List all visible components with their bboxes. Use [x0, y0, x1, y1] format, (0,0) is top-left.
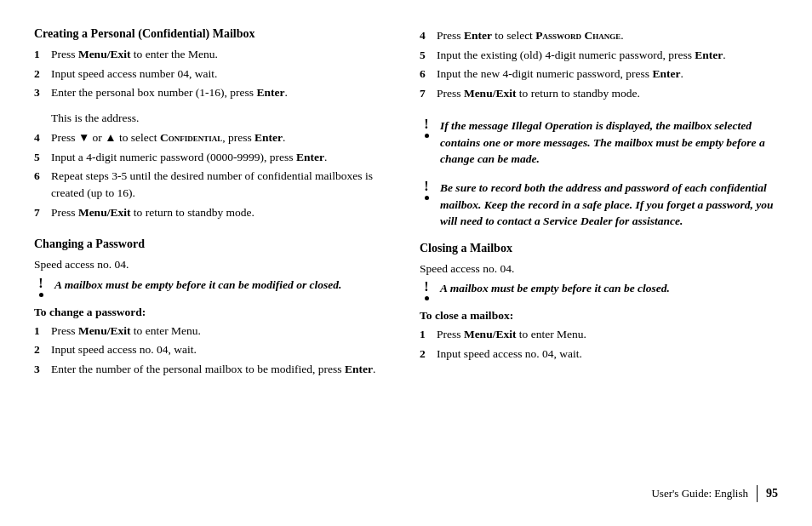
creating-steps-list: 1 Press Menu/Exit to enter the Menu. 2 I…: [34, 46, 392, 101]
right-column: 4 Press Enter to select Password Change.…: [420, 27, 778, 477]
footer-divider: [757, 485, 758, 502]
step-3-indent: This is the address.: [34, 110, 392, 127]
note-icon-4: !: [420, 280, 433, 300]
note-text-empty: A mailbox must be empty before it can be…: [54, 277, 392, 297]
cont-step-7: 7 Press Menu/Exit to return to standby m…: [420, 85, 778, 102]
note-icon-3: !: [420, 180, 433, 230]
change-step-3: 3 Enter the number of the personal mailb…: [34, 361, 392, 378]
note-icon-1: !: [34, 277, 48, 297]
step-4-left: 4 Press ▼ or ▲ to select Confidential, p…: [34, 129, 392, 146]
step-6-left: 6 Repeat steps 3-5 until the desired num…: [34, 168, 392, 201]
creating-steps-list-2: 4 Press ▼ or ▲ to select Confidential, p…: [34, 129, 392, 220]
close-step-1: 1 Press Menu/Exit to enter Menu.: [420, 326, 778, 343]
subsection-title-close: To close a mailbox:: [420, 309, 778, 323]
speed-access-closing: Speed access no. 04.: [420, 260, 778, 277]
footer: User's Guide: English 95: [34, 477, 778, 502]
section-title-changing: Changing a Password: [34, 237, 392, 251]
continued-steps: 4 Press Enter to select Password Change.…: [420, 27, 778, 104]
note-record-password: ! Be sure to record both the address and…: [420, 180, 778, 230]
close-mailbox-steps: 1 Press Menu/Exit to enter Menu. 2 Input…: [420, 326, 778, 362]
left-column: Creating a Personal (Confidential) Mailb…: [34, 27, 392, 477]
note-mailbox-empty: ! A mailbox must be empty before it can …: [34, 277, 392, 297]
section-title-closing: Closing a Mailbox: [420, 242, 778, 255]
step-1-left: 1 Press Menu/Exit to enter the Menu.: [34, 46, 392, 63]
speed-access-changing: Speed access no. 04.: [34, 256, 392, 273]
change-step-2: 2 Input speed access no. 04, wait.: [34, 341, 392, 358]
note-text-illegal: If the message Illegal Operation is disp…: [440, 117, 778, 168]
footer-page-number: 95: [766, 487, 778, 500]
section-changing-password: Changing a Password Speed access no. 04.…: [34, 237, 392, 386]
note-illegal-operation: ! If the message Illegal Operation is di…: [420, 117, 778, 168]
section-title-creating: Creating a Personal (Confidential) Mailb…: [34, 27, 392, 41]
subsection-title-change-password: To change a password:: [34, 306, 392, 319]
note-empty-before-close: ! A mailbox must be empty before it can …: [420, 280, 778, 300]
step-7-left: 7 Press Menu/Exit to return to standby m…: [34, 204, 392, 221]
cont-step-5: 5 Input the existing (old) 4-digit numer…: [420, 47, 778, 64]
cont-step-6: 6 Input the new 4-digit numeric password…: [420, 66, 778, 83]
change-password-steps: 1 Press Menu/Exit to enter Menu. 2 Input…: [34, 323, 392, 378]
section-closing-mailbox: Closing a Mailbox Speed access no. 04. !…: [420, 242, 778, 371]
cont-step-4: 4 Press Enter to select Password Change.: [420, 27, 778, 44]
columns: Creating a Personal (Confidential) Mailb…: [34, 27, 778, 477]
close-step-2: 2 Input speed access no. 04, wait.: [420, 346, 778, 363]
change-step-1: 1 Press Menu/Exit to enter Menu.: [34, 323, 392, 340]
note-text-record: Be sure to record both the address and p…: [440, 180, 778, 230]
step-5-left: 5 Input a 4-digit numeric password (0000…: [34, 149, 392, 166]
section-creating-mailbox: Creating a Personal (Confidential) Mailb…: [34, 27, 392, 229]
note-text-close: A mailbox must be empty before it can be…: [440, 280, 778, 300]
note-icon-2: !: [420, 117, 433, 168]
step-2-left: 2 Input speed access number 04, wait.: [34, 66, 392, 83]
page: Creating a Personal (Confidential) Mailb…: [0, 0, 812, 526]
footer-guide-text: User's Guide: English: [651, 487, 748, 500]
step-3-left: 3 Enter the personal box number (1-16), …: [34, 84, 392, 101]
